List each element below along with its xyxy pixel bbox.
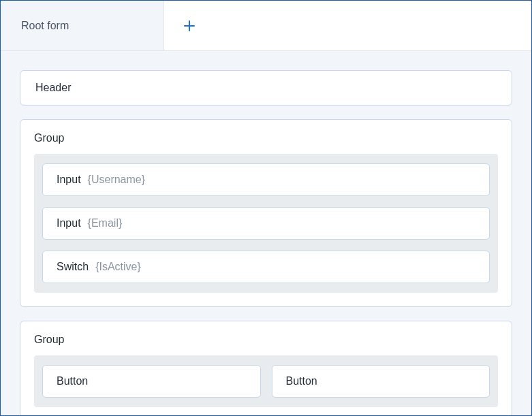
switch-field-isactive[interactable]: Switch {IsActive} — [42, 251, 490, 283]
field-binding-label: {IsActive} — [95, 261, 141, 273]
header-component[interactable]: Header — [20, 70, 512, 106]
field-type-label: Input — [57, 174, 81, 186]
add-tab-button[interactable] — [164, 1, 215, 50]
group-label: Group — [34, 132, 498, 144]
form-designer-window: Root form Header Group Input {Username} … — [0, 0, 532, 416]
field-type-label: Button — [286, 375, 317, 387]
field-type-label: Input — [57, 217, 81, 229]
header-label: Header — [35, 82, 71, 93]
group-body: Input {Username} Input {Email} Switch {I… — [34, 154, 498, 293]
field-binding-label: {Username} — [88, 174, 146, 186]
field-binding-label: {Email} — [88, 217, 123, 229]
group-component-2[interactable]: Group Button Button — [20, 321, 512, 415]
field-type-label: Button — [57, 375, 88, 387]
group-component-1[interactable]: Group Input {Username} Input {Email} Swi… — [20, 119, 512, 307]
input-field-email[interactable]: Input {Email} — [42, 207, 490, 240]
design-canvas: Header Group Input {Username} Input {Ema… — [1, 51, 531, 415]
input-field-username[interactable]: Input {Username} — [42, 163, 490, 196]
button-component[interactable]: Button — [42, 365, 261, 398]
group-body: Button Button — [34, 355, 498, 407]
tab-root-form[interactable]: Root form — [1, 1, 164, 50]
plus-icon — [183, 20, 195, 32]
tab-label: Root form — [21, 20, 69, 32]
button-component[interactable]: Button — [272, 365, 490, 398]
tabbar: Root form — [1, 1, 531, 51]
field-type-label: Switch — [57, 261, 89, 273]
group-label: Group — [34, 334, 498, 346]
